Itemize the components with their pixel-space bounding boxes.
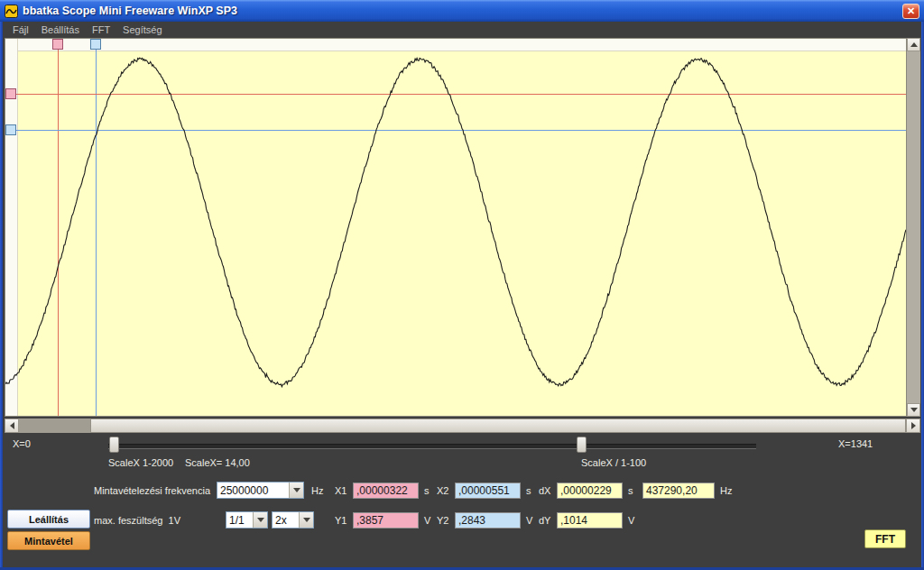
scalex-fine-slider-thumb[interactable] bbox=[577, 437, 587, 453]
scalex-fine-label: ScaleX / 1-100 bbox=[581, 457, 646, 468]
x-min-label: X=0 bbox=[13, 438, 31, 449]
app-window: bbatka Scope Mini Freeware WinXP SP3 ✕ F… bbox=[0, 0, 924, 570]
x2-cursor-handle[interactable] bbox=[90, 39, 101, 50]
gain-value: 2x bbox=[273, 512, 299, 528]
sample-freq-combobox[interactable]: 25000000 bbox=[217, 482, 304, 499]
frequency-result-unit-label: Hz bbox=[720, 485, 732, 496]
dy-field[interactable]: ,1014 bbox=[557, 512, 623, 529]
divider-combobox[interactable]: 1/1 bbox=[226, 511, 268, 529]
sample-freq-dropdown-button[interactable] bbox=[289, 483, 303, 498]
y2-value: ,2843 bbox=[458, 514, 485, 527]
sample-freq-value: 25000000 bbox=[217, 483, 289, 498]
waveform-trace bbox=[5, 39, 906, 416]
sample-freq-unit-label: Hz bbox=[311, 485, 323, 496]
dx-field[interactable]: ,00000229 bbox=[557, 483, 623, 499]
divider-value: 1/1 bbox=[226, 512, 253, 528]
x2-label: X2 bbox=[437, 485, 448, 496]
dx-label: dX bbox=[539, 485, 550, 496]
sample-freq-label: Mintavételezési frekvencia bbox=[94, 485, 210, 496]
divider-dropdown-button[interactable] bbox=[253, 512, 267, 528]
control-panel: X=0 X=1341 ScaleX 1-2000 ScaleX= 14,00 S… bbox=[0, 433, 924, 570]
x1-value: ,00000322 bbox=[356, 484, 408, 497]
cursor-strip-top bbox=[5, 39, 906, 51]
y2-unit-label: V bbox=[526, 515, 532, 526]
y1-unit-label: V bbox=[424, 515, 430, 526]
scalex-slider-track[interactable] bbox=[108, 444, 756, 449]
scalex-value-label: ScaleX= 14,00 bbox=[185, 457, 250, 468]
window-border-left bbox=[0, 22, 3, 570]
y2-cursor-handle[interactable] bbox=[5, 124, 16, 135]
horizontal-scroll-thumb[interactable] bbox=[90, 418, 906, 433]
x-max-label: X=1341 bbox=[838, 438, 873, 449]
x1-cursor-line[interactable] bbox=[58, 39, 59, 416]
dy-label: dY bbox=[539, 515, 550, 526]
gain-dropdown-button[interactable] bbox=[299, 512, 313, 528]
arrow-right-icon bbox=[911, 422, 916, 429]
menu-item-help[interactable]: Segítség bbox=[116, 23, 168, 36]
arrow-up-icon bbox=[910, 42, 918, 47]
x2-value: ,00000551 bbox=[458, 484, 510, 497]
scroll-right-button[interactable] bbox=[906, 418, 920, 433]
fft-button[interactable]: FFT bbox=[864, 529, 906, 548]
y1-cursor-handle[interactable] bbox=[5, 88, 16, 99]
dy-value: ,1014 bbox=[560, 514, 587, 527]
x1-field[interactable]: ,00000322 bbox=[353, 483, 419, 499]
scroll-up-button[interactable] bbox=[907, 38, 920, 51]
x2-unit-label: s bbox=[526, 485, 531, 496]
max-voltage-label: max. feszültség 1V bbox=[94, 515, 180, 526]
y2-field[interactable]: ,2843 bbox=[455, 512, 521, 529]
stop-button[interactable]: Leállítás bbox=[7, 510, 90, 529]
arrow-down-icon bbox=[910, 408, 918, 412]
chevron-down-icon bbox=[303, 518, 310, 522]
close-icon: ✕ bbox=[907, 6, 915, 16]
x1-unit-label: s bbox=[424, 485, 430, 496]
y1-cursor-line[interactable] bbox=[5, 94, 906, 95]
arrow-left-icon bbox=[10, 422, 14, 429]
scroll-down-button[interactable] bbox=[907, 403, 920, 417]
plot-horizontal-scrollbar[interactable] bbox=[5, 418, 920, 433]
x1-cursor-handle[interactable] bbox=[52, 39, 63, 50]
chevron-down-icon bbox=[257, 518, 264, 522]
menu-item-fft[interactable]: FFT bbox=[86, 23, 116, 36]
dy-unit-label: V bbox=[628, 515, 634, 526]
y1-label: Y1 bbox=[335, 515, 346, 526]
close-button[interactable]: ✕ bbox=[902, 4, 919, 19]
dx-unit-label: s bbox=[628, 485, 633, 496]
plot-vertical-scrollbar[interactable] bbox=[907, 38, 920, 417]
sample-button[interactable]: Mintavétel bbox=[7, 531, 90, 550]
gain-combobox[interactable]: 2x bbox=[272, 511, 314, 529]
menu-item-settings[interactable]: Beállítás bbox=[35, 23, 86, 36]
y1-field[interactable]: ,3857 bbox=[353, 512, 419, 529]
scalex-range-label: ScaleX 1-2000 bbox=[108, 457, 173, 468]
menu-item-file[interactable]: Fájl bbox=[6, 23, 35, 36]
window-title: bbatka Scope Mini Freeware WinXP SP3 bbox=[23, 5, 237, 17]
chevron-down-icon bbox=[293, 488, 300, 492]
y1-value: ,3857 bbox=[356, 514, 383, 527]
dx-value: ,00000229 bbox=[560, 484, 612, 497]
title-bar: bbatka Scope Mini Freeware WinXP SP3 ✕ bbox=[0, 0, 924, 22]
scalex-slider-thumb[interactable] bbox=[109, 437, 119, 453]
y2-label: Y2 bbox=[437, 515, 448, 526]
y2-cursor-line[interactable] bbox=[5, 130, 906, 131]
app-icon bbox=[5, 5, 18, 18]
x2-field[interactable]: ,00000551 bbox=[455, 483, 521, 499]
frequency-result-field[interactable]: 437290,20 bbox=[642, 483, 715, 499]
x1-label: X1 bbox=[335, 485, 346, 496]
x2-cursor-line[interactable] bbox=[96, 39, 97, 416]
scroll-left-button[interactable] bbox=[5, 418, 19, 433]
menu-bar: Fájl Beállítás FFT Segítség bbox=[3, 22, 921, 37]
frequency-result-value: 437290,20 bbox=[646, 484, 698, 497]
plot-area[interactable] bbox=[5, 38, 907, 417]
